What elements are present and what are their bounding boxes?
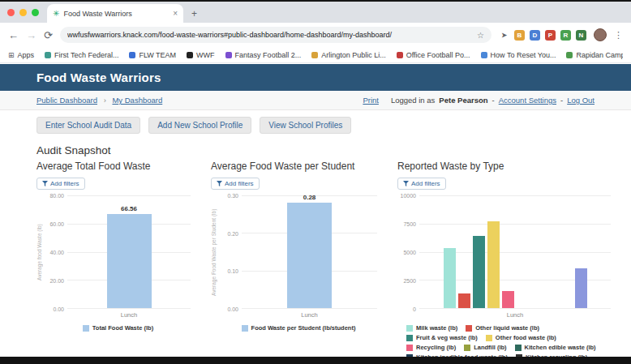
legend-item: Other liquid waste (lb) bbox=[466, 324, 539, 332]
dash-separator: - bbox=[492, 96, 495, 105]
plot-column: 66.56 Lunch bbox=[67, 195, 191, 319]
tab-strip: ✳ Food Waste Warriors × + bbox=[0, 2, 631, 23]
breadcrumb-separator: › bbox=[104, 96, 106, 105]
browser-toolbar: ← → ⟳ wwfusfwwarriors.knack.com/food-was… bbox=[0, 23, 631, 47]
legend: Total Food Waste (lb) bbox=[45, 324, 191, 332]
close-tab-icon[interactable]: × bbox=[173, 9, 178, 18]
filter-funnel-icon bbox=[42, 181, 48, 186]
extension-icon[interactable]: N bbox=[576, 30, 586, 41]
bookmark-favicon bbox=[311, 52, 318, 58]
apps-button[interactable]: ⊞ Apps bbox=[8, 51, 34, 59]
bar[interactable] bbox=[473, 236, 485, 308]
chart-title: Average Food Waste per Student bbox=[211, 161, 377, 172]
plot-area: 0.28 bbox=[242, 195, 377, 309]
bar[interactable] bbox=[444, 248, 456, 308]
new-tab-button[interactable]: + bbox=[191, 8, 197, 19]
print-link[interactable]: Print bbox=[363, 96, 379, 105]
chart-average-food-waste-per-student: Average Food Waste per Student Add filte… bbox=[211, 161, 377, 332]
legend-item: Food Waste per Student (lb/student) bbox=[242, 324, 356, 332]
legend-label: Other food waste (lb) bbox=[496, 334, 556, 341]
breadcrumb-link-my-dashboard[interactable]: My Dashboard bbox=[112, 96, 162, 105]
maximize-window-button[interactable] bbox=[32, 9, 39, 16]
bookmark-item[interactable]: Fantasy Football 2... bbox=[225, 51, 302, 59]
bookmark-item[interactable]: FLW TEAM bbox=[129, 51, 176, 59]
bookmark-favicon bbox=[225, 52, 232, 58]
legend-item: Recycling (lb) bbox=[406, 344, 456, 351]
bookmarks-bar: ⊞ Apps First Tech Federal...FLW TEAMWWFF… bbox=[0, 47, 631, 63]
bookmark-item[interactable]: Office Football Po... bbox=[397, 51, 470, 59]
charts-row: Average Total Food Waste Add filters Ave… bbox=[36, 161, 611, 357]
add-filters-button[interactable]: Add filters bbox=[211, 178, 260, 190]
bar[interactable] bbox=[458, 293, 470, 308]
dashboard-content: Enter School Audit Data Add New School P… bbox=[0, 110, 631, 357]
legend-swatch bbox=[466, 325, 472, 332]
add-filters-button[interactable]: Add filters bbox=[36, 178, 85, 190]
close-window-button[interactable] bbox=[7, 9, 15, 16]
reload-icon[interactable]: ⟳ bbox=[44, 30, 53, 41]
legend-swatch bbox=[406, 335, 413, 341]
bookmark-favicon bbox=[481, 52, 487, 58]
site-title: Food Waste Warriors bbox=[36, 71, 161, 84]
legend-item: Landfill (lb) bbox=[464, 344, 506, 351]
extension-icon[interactable]: D bbox=[530, 30, 540, 41]
bookmark-star-icon[interactable]: ☆ bbox=[477, 31, 484, 40]
profile-avatar[interactable] bbox=[594, 28, 607, 41]
y-tick-label: 80.00 bbox=[49, 193, 64, 199]
extension-icon[interactable]: ➤ bbox=[499, 30, 509, 41]
legend-item: Fruit & veg waste (lb) bbox=[406, 334, 478, 341]
bookmark-label: FLW TEAM bbox=[139, 51, 176, 59]
bookmark-item[interactable]: How To Reset You... bbox=[481, 51, 556, 59]
bookmark-item[interactable]: Arlington Public Li... bbox=[311, 51, 386, 59]
minimize-window-button[interactable] bbox=[19, 9, 27, 16]
bar[interactable] bbox=[502, 291, 514, 308]
bars: 66.56 bbox=[67, 195, 191, 308]
bookmark-item[interactable]: WWF bbox=[187, 51, 215, 59]
add-filters-label: Add filters bbox=[50, 180, 79, 187]
tab-favicon-icon: ✳ bbox=[53, 10, 59, 18]
address-bar[interactable]: wwfusfwwarriors.knack.com/food-waste-war… bbox=[60, 27, 491, 43]
plot-column: Lunch bbox=[419, 195, 611, 319]
y-axis-ticks: 80.0060.0040.0020.000.00 bbox=[45, 195, 67, 309]
bookmark-item[interactable]: Rapidan Camps: N... bbox=[566, 51, 623, 59]
legend-swatch bbox=[406, 325, 413, 332]
bar[interactable] bbox=[487, 221, 500, 308]
breadcrumb-link-public-dashboard[interactable]: Public Dashboard bbox=[36, 96, 97, 105]
legend-swatch bbox=[406, 345, 413, 351]
extension-icon[interactable]: B bbox=[514, 30, 525, 41]
y-tick-label: 0 bbox=[413, 306, 416, 312]
y-tick-label: 40.00 bbox=[49, 250, 64, 255]
tab-title: Food Waste Warriors bbox=[63, 10, 169, 18]
bookmarks-list: First Tech Federal...FLW TEAMWWFFantasy … bbox=[45, 51, 623, 59]
bookmark-label: Rapidan Camps: N... bbox=[576, 51, 623, 59]
y-tick-label: 20.00 bbox=[49, 278, 64, 284]
bar[interactable]: 66.56 bbox=[107, 214, 152, 308]
y-tick-label: 0.30 bbox=[227, 193, 238, 199]
view-school-profiles-button[interactable]: View School Profiles bbox=[260, 117, 351, 134]
back-icon[interactable]: ← bbox=[8, 30, 19, 41]
add-filters-button[interactable]: Add filters bbox=[397, 178, 446, 190]
legend-label: Kitchen edible waste (lb) bbox=[525, 344, 596, 351]
dash-separator: - bbox=[560, 96, 563, 105]
bookmark-item[interactable]: First Tech Federal... bbox=[45, 51, 118, 59]
bookmark-label: Fantasy Football 2... bbox=[235, 51, 302, 59]
add-new-school-profile-button[interactable]: Add New School Profile bbox=[148, 117, 251, 134]
bar[interactable] bbox=[575, 268, 587, 308]
extension-icon[interactable]: P bbox=[545, 30, 556, 41]
legend-item: Kitchen edible waste (lb) bbox=[515, 344, 596, 351]
extension-icon[interactable]: R bbox=[560, 30, 571, 41]
bar[interactable]: 0.28 bbox=[287, 203, 332, 308]
legend-item: Total Food Waste (lb) bbox=[83, 324, 153, 332]
window-controls bbox=[0, 2, 47, 23]
legend: Milk waste (lb)Other liquid waste (lb)Fr… bbox=[406, 324, 611, 357]
legend-item: Other food waste (lb) bbox=[486, 334, 556, 341]
browser-menu-icon[interactable]: ⋮ bbox=[614, 30, 623, 41]
enter-school-audit-data-button[interactable]: Enter School Audit Data bbox=[36, 117, 140, 134]
url-text[interactable]: wwfusfwwarriors.knack.com/food-waste-war… bbox=[67, 31, 472, 39]
bookmark-favicon bbox=[566, 52, 573, 58]
y-tick-label: 7500 bbox=[403, 221, 416, 227]
forward-icon[interactable]: → bbox=[26, 30, 36, 41]
account-settings-link[interactable]: Account Settings bbox=[499, 96, 556, 105]
log-out-link[interactable]: Log Out bbox=[567, 96, 595, 105]
browser-tab[interactable]: ✳ Food Waste Warriors × bbox=[47, 4, 183, 23]
site-header: Food Waste Warriors bbox=[0, 64, 631, 91]
